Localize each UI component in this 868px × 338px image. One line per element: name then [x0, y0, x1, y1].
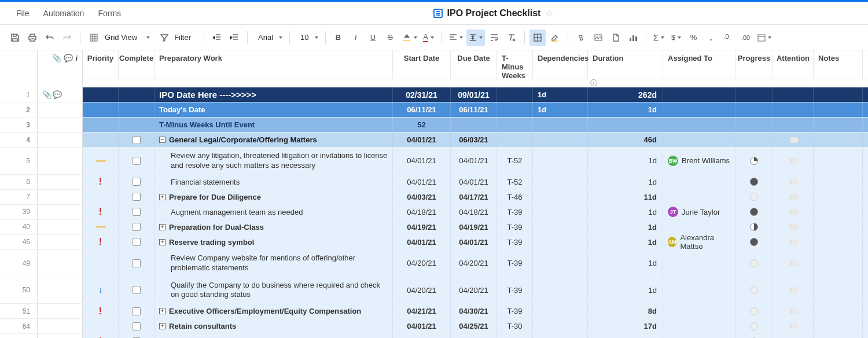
assigned-cell[interactable] — [663, 250, 735, 277]
due-date-cell[interactable]: 04/01/21 — [451, 235, 497, 249]
row-number[interactable]: 68 — [0, 334, 38, 338]
dependencies-cell[interactable]: 1d — [533, 102, 588, 117]
dependencies-cell[interactable] — [533, 117, 588, 132]
complete-cell[interactable] — [119, 205, 155, 219]
progress-cell[interactable] — [735, 133, 773, 147]
table-row[interactable]: 39!Augment management team as needed04/1… — [0, 205, 868, 220]
duration-cell[interactable]: 1d — [588, 102, 663, 117]
col-header-start[interactable]: Start Date — [393, 50, 451, 79]
row-number[interactable]: 4 — [0, 133, 38, 147]
due-date-cell[interactable] — [451, 117, 497, 132]
date-format-icon[interactable] — [755, 30, 774, 46]
assigned-cell[interactable] — [663, 319, 735, 333]
priority-cell[interactable] — [83, 190, 119, 204]
attention-cell[interactable] — [773, 277, 814, 304]
table-row[interactable]: 2Today's Date06/11/2106/11/211d1d — [0, 102, 868, 117]
checkbox[interactable] — [133, 193, 141, 201]
tminus-cell[interactable] — [497, 117, 533, 132]
notes-cell[interactable] — [814, 277, 863, 304]
priority-cell[interactable]: ! — [83, 205, 119, 219]
due-date-cell[interactable]: 06/11/21 — [451, 102, 497, 117]
table-row[interactable]: 4−General Legal/Corporate/Offering Matte… — [0, 133, 868, 148]
attention-cell[interactable] — [773, 319, 814, 333]
start-date-cell[interactable]: 04/01/21 — [393, 175, 451, 189]
menu-automation[interactable]: Automation — [36, 5, 91, 21]
prep-cell[interactable]: Qualify the Company to do business where… — [155, 277, 393, 304]
attention-cell[interactable] — [773, 117, 814, 132]
checkbox[interactable] — [133, 157, 141, 165]
duration-cell[interactable]: 8d — [588, 304, 663, 318]
assigned-cell[interactable] — [663, 87, 735, 102]
table-row[interactable]: 1📎💬IPO Date Here ---->>>>>02/31/2109/01/… — [0, 87, 868, 102]
prep-cell[interactable]: +Prepare for Due Diligence — [155, 190, 393, 204]
col-header-progress[interactable]: Progress — [735, 50, 773, 79]
thousands-icon[interactable]: , — [703, 30, 719, 46]
expand-icon[interactable]: + — [159, 323, 165, 329]
info-header-icon[interactable]: i — [75, 54, 78, 63]
dependencies-cell[interactable] — [533, 205, 588, 219]
align-icon[interactable] — [447, 30, 465, 46]
dependencies-cell[interactable] — [533, 304, 588, 318]
text-color-icon[interactable]: A — [421, 30, 437, 46]
duration-cell[interactable]: 17d — [588, 319, 663, 333]
notes-cell[interactable] — [814, 235, 863, 249]
assigned-cell[interactable] — [663, 220, 735, 234]
notes-cell[interactable] — [814, 133, 863, 147]
valign-icon[interactable] — [466, 30, 485, 46]
duration-cell[interactable]: 1d — [588, 175, 663, 189]
checkbox[interactable] — [133, 223, 141, 231]
tminus-cell[interactable]: T-39 — [497, 304, 533, 318]
attention-cell[interactable] — [773, 102, 814, 117]
print-icon[interactable] — [24, 30, 41, 46]
prep-cell[interactable]: Review Company website for mentions of o… — [155, 250, 393, 277]
prep-cell[interactable]: Financial statements — [155, 175, 393, 189]
col-header-duration[interactable]: Duration — [588, 50, 663, 79]
complete-cell[interactable] — [119, 87, 155, 102]
priority-cell[interactable] — [83, 319, 119, 333]
prep-cell[interactable]: +Reserve trading symbol — [155, 235, 393, 249]
tminus-cell[interactable]: T-46 — [497, 190, 533, 204]
complete-cell[interactable] — [119, 319, 155, 333]
prep-cell[interactable]: +Executive Officers/Employment/Equity Co… — [155, 304, 393, 318]
notes-cell[interactable] — [814, 102, 863, 117]
clear-format-icon[interactable] — [503, 30, 520, 46]
complete-cell[interactable] — [119, 190, 155, 204]
decrease-decimal-icon[interactable]: .0← — [720, 30, 737, 46]
priority-cell[interactable] — [83, 87, 119, 102]
tminus-cell[interactable] — [497, 133, 533, 147]
start-date-cell[interactable]: 04/01/21 — [393, 319, 451, 333]
assigned-cell[interactable] — [663, 304, 735, 318]
duration-cell[interactable]: 1d — [588, 220, 663, 234]
comment-header-icon[interactable]: 💬 — [64, 54, 73, 63]
attachment-icon[interactable] — [608, 30, 624, 46]
table-row[interactable]: 3T-Minus Weeks Until Event52 — [0, 117, 868, 133]
document-title[interactable]: IPO Project Checklist — [447, 8, 541, 19]
fontsize-dropdown[interactable]: 10 — [295, 30, 320, 46]
row-number[interactable]: 51 — [0, 304, 38, 318]
assigned-cell[interactable] — [663, 102, 735, 117]
row-number[interactable]: 1 — [0, 87, 38, 102]
dependencies-cell[interactable] — [533, 277, 588, 304]
row-number[interactable]: 46 — [0, 235, 38, 249]
row-number[interactable]: 5 — [0, 148, 38, 174]
attention-cell[interactable] — [773, 235, 814, 249]
fill-color-icon[interactable] — [400, 30, 420, 46]
notes-cell[interactable] — [814, 319, 863, 333]
start-date-cell[interactable]: 05/09/21 — [393, 334, 451, 338]
due-date-cell[interactable]: 04/19/21 — [451, 220, 497, 234]
progress-cell[interactable] — [735, 277, 773, 304]
start-date-cell[interactable]: 04/03/21 — [393, 190, 451, 204]
table-row[interactable]: 6!Financial statements04/01/2104/01/21T-… — [0, 175, 868, 190]
attention-cell[interactable] — [773, 148, 814, 174]
due-date-cell[interactable]: 06/03/21 — [451, 334, 497, 338]
save-icon[interactable] — [7, 30, 23, 46]
table-row[interactable]: 7+Prepare for Due Diligence04/03/2104/17… — [0, 190, 868, 205]
notes-cell[interactable] — [814, 148, 863, 174]
duration-cell[interactable]: 46d — [588, 133, 663, 147]
col-header-complete[interactable]: Complete — [119, 50, 155, 79]
complete-cell[interactable] — [119, 334, 155, 338]
complete-cell[interactable] — [119, 133, 155, 147]
dependencies-cell[interactable] — [533, 190, 588, 204]
assigned-cell[interactable] — [663, 133, 735, 147]
expand-icon[interactable]: + — [159, 239, 165, 245]
